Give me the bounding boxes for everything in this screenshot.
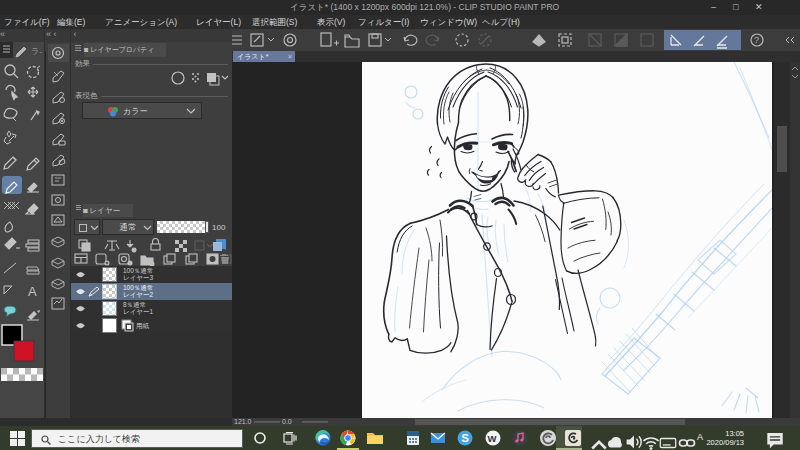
svg-text:?: ? [754,35,759,45]
svg-text:ラ-: ラ- [31,47,42,56]
svg-text:A: A [28,284,37,299]
svg-text:S: S [462,432,469,444]
svg-text:W: W [488,433,497,444]
